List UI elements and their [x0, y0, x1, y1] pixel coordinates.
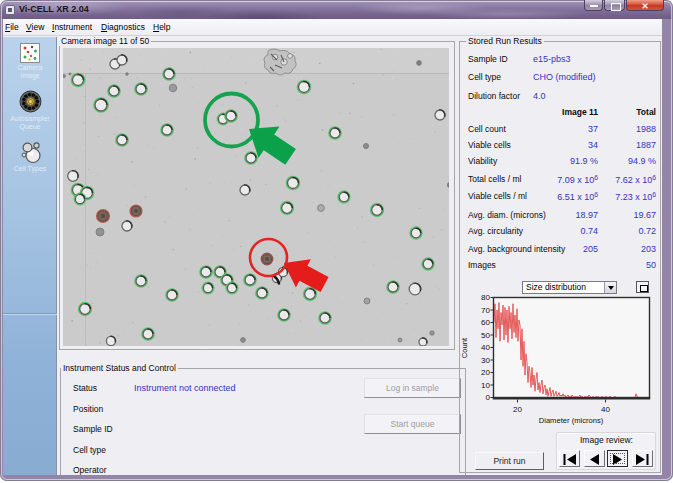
svg-text:0: 0: [486, 393, 491, 402]
svg-text:10: 10: [481, 381, 490, 390]
svg-text:30: 30: [481, 356, 490, 365]
svg-text:40: 40: [601, 405, 610, 414]
svg-text:70: 70: [481, 306, 490, 315]
svg-text:50: 50: [481, 331, 490, 340]
svg-text:80: 80: [481, 293, 490, 302]
svg-text:60: 60: [481, 318, 490, 327]
svg-text:20: 20: [481, 368, 490, 377]
svg-text:Diameter (microns): Diameter (microns): [539, 416, 604, 425]
svg-text:Count: Count: [460, 337, 469, 358]
svg-text:20: 20: [513, 405, 522, 414]
svg-text:40: 40: [481, 343, 490, 352]
